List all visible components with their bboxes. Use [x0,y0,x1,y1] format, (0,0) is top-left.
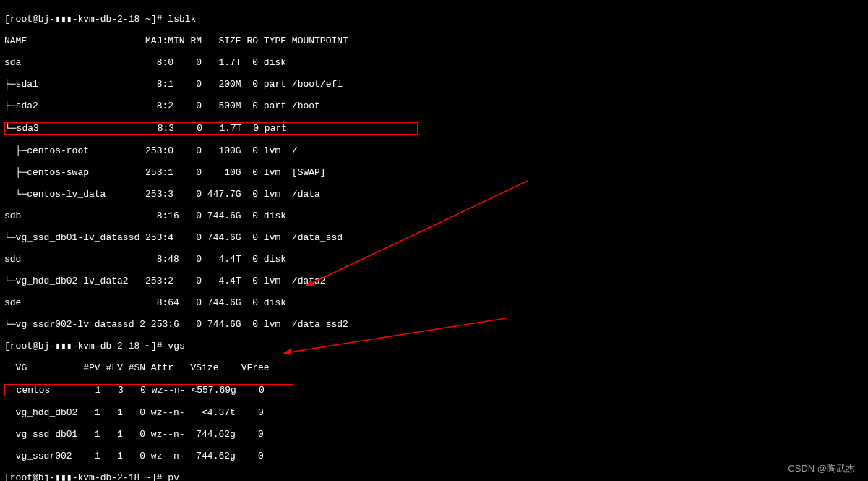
lsblk-row: └─vg_ssd_db01-lv_datassd 253:4 0 744.6G … [4,232,864,243]
lsblk-row: sde 8:64 0 744.6G 0 disk [4,297,864,308]
vgs1-row: vg_hdd_db02 1 1 0 wz--n- <4.37t 0 [4,407,864,418]
lsblk-row: sda 8:0 0 1.7T 0 disk [4,57,864,68]
lsblk-header: NAME MAJ:MIN RM SIZE RO TYPE MOUNTPOINT [4,35,864,46]
lsblk-row: └─vg_ssdr002-lv_datassd_2 253:6 0 744.6G… [4,319,864,330]
watermark: CSDN @陶武杰 [788,463,855,474]
lsblk-row: └─vg_hdd_db02-lv_data2 253:2 0 4.4T 0 lv… [4,276,864,286]
lsblk-row: ├─sda2 8:2 0 500M 0 part /boot [4,101,864,111]
lsblk-row: ├─centos-root 253:0 0 100G 0 lvm / [4,145,864,156]
vgs1-header: VG #PV #LV #SN Attr VSize VFree [4,362,864,373]
lsblk-row: sdd 8:48 0 4.4T 0 disk [4,254,864,265]
vgs1-row: vg_ssd_db01 1 1 0 wz--n- 744.62g 0 [4,429,864,440]
prompt-pv: [root@bj-▮▮▮-kvm-db-2-18 ~]# pv [4,472,864,481]
cmd-vgs1: vgs [168,341,184,352]
terminal[interactable]: [root@bj-▮▮▮-kvm-db-2-18 ~]# lsblk NAME … [0,0,868,481]
vgs1-row: vg_ssdr002 1 1 0 wz--n- 744.62g 0 [4,451,864,461]
lsblk-row-sda3: └─sda3 8:3 0 1.7T 0 part [4,122,864,135]
lsblk-row: ├─centos-swap 253:1 0 10G 0 lvm [SWAP] [4,167,864,178]
cmd-lsblk: lsblk [168,14,196,25]
lsblk-row: └─centos-lv_data 253:3 0 447.7G 0 lvm /d… [4,189,864,200]
cmd-pv-partial: pv [168,472,179,481]
highlight-centos-vg: centos 1 3 0 wz--n- <557.69g 0 [4,384,293,396]
highlight-sda3: └─sda3 8:3 0 1.7T 0 part [4,122,418,135]
lsblk-row: sdb 8:16 0 744.6G 0 disk [4,210,864,221]
prompt-vgs1: [root@bj-▮▮▮-kvm-db-2-18 ~]# vgs [4,341,864,352]
lsblk-row: ├─sda1 8:1 0 200M 0 part /boot/efi [4,79,864,90]
prompt-lsblk: [root@bj-▮▮▮-kvm-db-2-18 ~]# lsblk [4,14,864,25]
vgs1-row-centos: centos 1 3 0 wz--n- <557.69g 0 [4,384,864,396]
